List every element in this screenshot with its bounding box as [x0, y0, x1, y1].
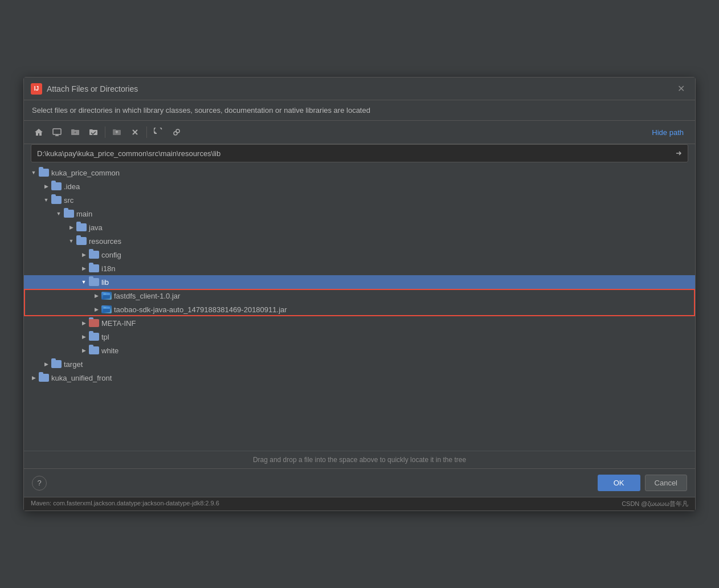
- toggle-icon: [91, 291, 101, 301]
- toggle-icon: [28, 373, 39, 383]
- toggle-icon: [54, 209, 64, 219]
- toolbar-separator-2: [146, 126, 147, 138]
- folder-icon: [51, 182, 62, 190]
- folder-icon: [89, 346, 99, 354]
- item-label: target: [64, 360, 83, 369]
- toggle-icon: [79, 263, 89, 273]
- file-tree: kuka_price_common .idea src main: [24, 166, 695, 451]
- cancel-button[interactable]: [127, 124, 143, 140]
- bottom-bar: Maven: com.fasterxml.jackson.datatype:ja…: [24, 497, 695, 511]
- svg-rect-14: [104, 307, 106, 308]
- tree-item[interactable]: java: [24, 220, 695, 234]
- tree-item[interactable]: main: [24, 207, 695, 220]
- tree-item[interactable]: i18n: [24, 262, 695, 275]
- svg-rect-11: [104, 293, 106, 295]
- jar-icon: [101, 292, 112, 300]
- jar-icon: [101, 305, 112, 313]
- folder-icon: [89, 251, 99, 259]
- tree-item[interactable]: kuka_unified_front: [24, 371, 695, 385]
- tree-item[interactable]: white: [24, 344, 695, 357]
- folder-icon: [39, 374, 49, 382]
- home-button[interactable]: [31, 124, 47, 140]
- toolbar: + Hide path: [24, 121, 695, 144]
- folder-icon: [76, 237, 87, 245]
- folder-icon: [64, 210, 74, 218]
- path-input[interactable]: [31, 146, 671, 161]
- folder-icon: [51, 360, 62, 368]
- item-label: src: [64, 196, 73, 205]
- app-icon: IJ: [31, 83, 42, 95]
- folder-icon: [51, 196, 62, 204]
- toggle-icon: [79, 277, 89, 287]
- item-label: i18n: [101, 264, 116, 273]
- dialog-title: Attach Files or Directories: [47, 84, 669, 93]
- toggle-icon: [91, 304, 101, 315]
- tree-item[interactable]: config: [24, 248, 695, 262]
- item-label: lib: [101, 278, 109, 287]
- svg-rect-0: [53, 129, 61, 134]
- toggle-icon: [41, 195, 51, 205]
- toggle-icon: [28, 168, 39, 178]
- folder-icon: [89, 319, 99, 327]
- tree-item-jar[interactable]: fastdfs_client-1.0.jar: [24, 289, 695, 303]
- folder-icon: [76, 223, 87, 231]
- svg-rect-10: [103, 295, 110, 299]
- svg-line-8: [177, 132, 177, 133]
- item-label: config: [101, 251, 121, 259]
- folder-icon: [89, 278, 99, 286]
- tree-wrapper: kuka_price_common .idea src main: [24, 166, 695, 385]
- tree-item[interactable]: tpl: [24, 330, 695, 344]
- hide-path-button[interactable]: Hide path: [647, 126, 688, 139]
- folder-icon: [89, 333, 99, 341]
- item-label: taobao-sdk-java-auto_1479188381469-20180…: [114, 305, 287, 314]
- item-label: fastdfs_client-1.0.jar: [114, 292, 180, 300]
- maven-text: Maven: com.fasterxml.jackson.datatype:ja…: [31, 500, 219, 508]
- item-label: kuka_price_common: [51, 169, 120, 177]
- cancel-dialog-button[interactable]: Cancel: [645, 475, 687, 491]
- footer: ? OK Cancel: [24, 468, 695, 497]
- select-folder-button[interactable]: [85, 124, 101, 140]
- item-label: .idea: [64, 182, 80, 191]
- drag-hint: Drag and drop a file into the space abov…: [24, 451, 695, 468]
- toggle-icon: [41, 181, 51, 191]
- item-label: tpl: [101, 333, 109, 341]
- tree-item[interactable]: META-INF: [24, 316, 695, 330]
- attach-files-dialog: IJ Attach Files or Directories ✕ Select …: [23, 77, 696, 511]
- close-button[interactable]: ✕: [674, 82, 688, 95]
- dialog-description: Select files or directories in which lib…: [24, 100, 695, 121]
- credit-text: CSDN @ζωωωω普年凡: [622, 500, 688, 508]
- svg-rect-13: [103, 309, 110, 312]
- desktop-button[interactable]: [49, 124, 65, 140]
- tree-item[interactable]: resources: [24, 234, 695, 248]
- tree-item[interactable]: target: [24, 357, 695, 371]
- toolbar-separator-1: [105, 126, 105, 138]
- item-label: white: [101, 346, 119, 355]
- item-label: resources: [89, 237, 121, 246]
- toggle-icon: [79, 318, 89, 328]
- toggle-icon: [79, 250, 89, 260]
- svg-text:+: +: [74, 130, 76, 134]
- jar-selection-container: fastdfs_client-1.0.jar taobao-sdk-java-a…: [24, 289, 695, 316]
- tree-item[interactable]: .idea: [24, 179, 695, 193]
- item-label: META-INF: [101, 319, 136, 328]
- item-label: java: [89, 223, 103, 232]
- toggle-icon: [41, 359, 51, 369]
- new-folder-button[interactable]: +: [67, 124, 83, 140]
- toggle-icon: [66, 222, 76, 232]
- link-button[interactable]: [169, 124, 185, 140]
- tree-item-lib[interactable]: lib: [24, 275, 695, 289]
- tree-item[interactable]: src: [24, 193, 695, 207]
- title-bar: IJ Attach Files or Directories ✕: [24, 77, 695, 100]
- help-button[interactable]: ?: [32, 476, 47, 491]
- refresh-button[interactable]: [150, 124, 166, 140]
- ok-button[interactable]: OK: [598, 475, 640, 491]
- item-label: main: [76, 210, 92, 218]
- path-confirm-button[interactable]: [671, 145, 688, 162]
- up-folder-button[interactable]: [109, 124, 125, 140]
- toggle-icon: [66, 236, 76, 246]
- tree-item[interactable]: kuka_price_common: [24, 166, 695, 179]
- footer-buttons: OK Cancel: [598, 475, 687, 491]
- path-bar: [31, 144, 688, 162]
- tree-item-jar[interactable]: taobao-sdk-java-auto_1479188381469-20180…: [24, 303, 695, 316]
- item-label: kuka_unified_front: [51, 374, 112, 382]
